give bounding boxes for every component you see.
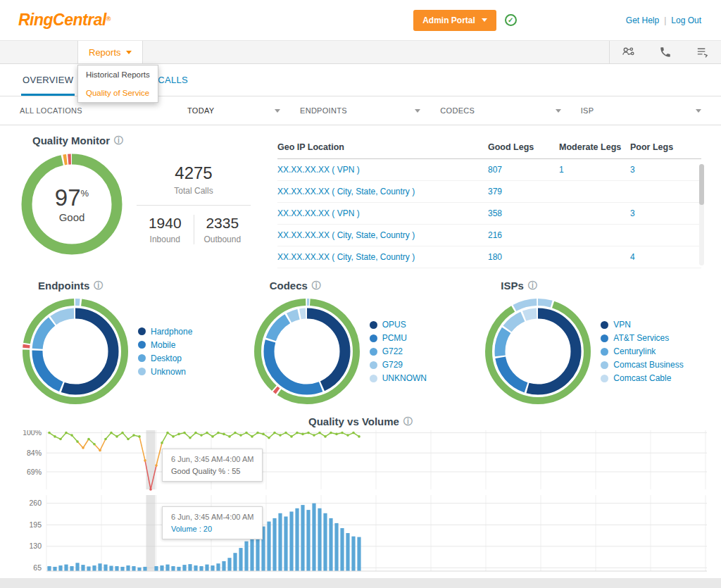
topbar-right: Admin Portal ✓ Get Help | Log Out — [413, 10, 701, 31]
volume-tooltip: 6 Jun, 3:45 AM-4:00 AM Volume : 20 — [162, 506, 263, 539]
screen: RingCentral® Admin Portal ✓ Get Help | L… — [0, 0, 721, 588]
inbound-stat: 1940 Inbound — [137, 215, 194, 244]
quality-line-chart[interactable]: 100%84%69% — [17, 430, 710, 495]
quality-vs-volume-charts: 100%84%69% 26019513065 6 Jun, 3:45 AM-4:… — [0, 427, 721, 577]
legend-item[interactable]: Comcast Cable — [601, 373, 683, 383]
legend-item[interactable]: Unknown — [138, 367, 192, 377]
total-calls-stat: 4275 Total Calls — [137, 163, 251, 206]
navbar-icons — [609, 41, 721, 63]
call-log-icon[interactable] — [684, 41, 721, 63]
chevron-down-icon — [696, 109, 701, 113]
quality-monitor-title: Quality Monitor ⓘ — [20, 135, 259, 146]
svg-text:84%: 84% — [27, 449, 42, 457]
menu-item-historical-reports[interactable]: Historical Reports — [78, 65, 158, 84]
filter-all-locations[interactable]: ALL LOCATIONS — [20, 106, 187, 115]
geo-table-row[interactable]: XX.XX.XX.XX ( City, State, Country )1804 — [277, 246, 701, 268]
good-label: Good — [59, 211, 85, 223]
legend-item[interactable]: Mobile — [138, 340, 192, 350]
quality-donut-chart[interactable]: 97 % Good — [20, 152, 124, 256]
endpoints-section: Endpoints ⓘ HardphoneMobileDesktopUnknow… — [20, 280, 251, 407]
info-icon[interactable]: ⓘ — [94, 281, 103, 290]
info-icon[interactable]: ⓘ — [114, 136, 123, 145]
geo-table-row[interactable]: XX.XX.XX.XX ( City, State, Country )379 — [277, 181, 701, 203]
filter-codecs[interactable]: CODECS — [440, 106, 560, 115]
legend-dot-icon — [370, 334, 377, 342]
quality-vs-volume-title: Quality vs Volume ⓘ — [0, 415, 721, 427]
geo-ip-link[interactable]: XX.XX.XX.XX ( City, State, Country ) — [277, 187, 488, 196]
legend-item[interactable]: Hardphone — [138, 327, 192, 337]
quality-vs-volume-section: Quality vs Volume ⓘ 100%84%69% 260195130… — [0, 415, 721, 577]
filter-endpoints[interactable]: ENDPOINTS — [300, 106, 420, 115]
good-percentage: 97 — [55, 186, 81, 209]
legend-dot-icon — [370, 321, 377, 329]
svg-text:65: 65 — [33, 563, 42, 572]
link-divider: | — [664, 15, 666, 25]
geo-ip-link[interactable]: XX.XX.XX.XX ( VPN ) — [277, 208, 488, 218]
table-scrollbar[interactable] — [699, 164, 704, 265]
chevron-down-icon — [556, 109, 561, 113]
geo-ip-link[interactable]: XX.XX.XX.XX ( VPN ) — [277, 165, 488, 175]
endpoints-legend: HardphoneMobileDesktopUnknown — [138, 323, 192, 380]
admin-portal-label: Admin Portal — [422, 15, 475, 25]
geo-table-row[interactable]: XX.XX.XX.XX ( VPN )80713 — [277, 159, 701, 181]
svg-text:260: 260 — [29, 499, 42, 507]
codecs-title: Codecs ⓘ — [251, 280, 483, 292]
tab-overview[interactable]: OVERVIEW — [21, 75, 75, 96]
tab-calls[interactable]: CALLS — [156, 75, 189, 96]
info-icon[interactable]: ⓘ — [312, 281, 321, 290]
main-navbar: Reports — [0, 40, 721, 64]
endpoints-donut-chart[interactable] — [20, 296, 131, 407]
legend-item[interactable]: UNKNOWN — [370, 373, 427, 383]
geo-ip-table: Geo IP Location Good Legs Moderate Legs … — [277, 136, 701, 268]
outbound-stat: 2335 Outbound — [194, 215, 251, 244]
legend-item[interactable]: Comcast Business — [601, 360, 683, 370]
geo-ip-link[interactable]: XX.XX.XX.XX ( City, State, Country ) — [277, 252, 488, 262]
registered-mark: ® — [106, 15, 111, 23]
reports-menu-button[interactable]: Reports — [77, 41, 143, 63]
volume-bar-chart[interactable]: 26019513065 — [17, 495, 710, 577]
legend-item[interactable]: VPN — [601, 320, 683, 330]
filter-date-today[interactable]: TODAY — [187, 106, 280, 115]
call-stats: 4275 Total Calls 1940 Inbound 2335 Outbo… — [137, 163, 251, 256]
get-help-link[interactable]: Get Help — [626, 15, 659, 25]
legend-item[interactable]: Centurylink — [601, 346, 683, 356]
summary-row: Quality Monitor ⓘ 97 % Good 4 — [0, 125, 721, 268]
geo-ip-link[interactable]: XX.XX.XX.XX ( City, State, Country ) — [277, 230, 488, 240]
svg-text:100%: 100% — [23, 430, 42, 437]
legend-item[interactable]: PCMU — [370, 333, 427, 343]
log-out-link[interactable]: Log Out — [671, 15, 701, 25]
legend-dot-icon — [601, 361, 608, 369]
legend-item[interactable]: AT&T Services — [601, 333, 683, 343]
phone-icon[interactable] — [647, 41, 684, 63]
codecs-legend: OPUSPCMUG722G729UNKNOWN — [370, 316, 427, 387]
codecs-donut-chart[interactable] — [251, 296, 363, 407]
logo-text: RingCentral — [18, 11, 106, 29]
menu-item-quality-of-service[interactable]: Quality of Service — [78, 84, 158, 102]
codecs-section: Codecs ⓘ OPUSPCMUG722G729UNKNOWN — [251, 280, 483, 407]
admin-portal-button[interactable]: Admin Portal — [413, 10, 496, 31]
ringcentral-logo: RingCentral® — [18, 11, 111, 30]
endpoints-title: Endpoints ⓘ — [20, 280, 251, 292]
status-check-icon: ✓ — [505, 14, 517, 26]
legend-dot-icon — [370, 348, 377, 356]
geo-table-row[interactable]: XX.XX.XX.XX ( City, State, Country )216 — [277, 225, 701, 246]
info-icon[interactable]: ⓘ — [403, 417, 413, 426]
user-network-icon[interactable] — [610, 41, 647, 63]
top-header: RingCentral® Admin Portal ✓ Get Help | L… — [0, 0, 721, 40]
legend-dot-icon — [138, 354, 146, 362]
legend-item[interactable]: OPUS — [370, 320, 427, 330]
isps-donut-chart[interactable] — [482, 296, 594, 407]
legend-dot-icon — [138, 327, 146, 335]
filter-isp[interactable]: ISP — [581, 106, 701, 115]
breakdown-row: Endpoints ⓘ HardphoneMobileDesktopUnknow… — [0, 268, 721, 407]
reports-label: Reports — [89, 47, 121, 58]
isps-section: ISPs ⓘ VPNAT&T ServicesCenturylinkComcas… — [482, 280, 714, 407]
legend-dot-icon — [370, 375, 377, 382]
geo-table-row[interactable]: XX.XX.XX.XX ( VPN )3583 — [277, 203, 701, 225]
info-icon[interactable]: ⓘ — [528, 281, 537, 290]
legend-item[interactable]: G722 — [370, 346, 427, 356]
legend-item[interactable]: G729 — [370, 360, 427, 370]
quality-tooltip: 6 Jun, 3:45 AM-4:00 AM Good Quality % : … — [162, 449, 263, 482]
scrollbar-thumb[interactable] — [699, 164, 704, 205]
legend-item[interactable]: Desktop — [138, 354, 192, 363]
